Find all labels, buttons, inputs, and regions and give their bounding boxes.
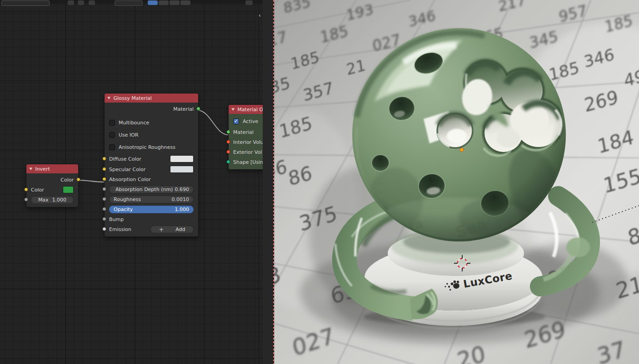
- toolbar-toggle-active[interactable]: [148, 0, 158, 5]
- glossy-absorption-row: Absorption Color: [105, 174, 198, 184]
- plus-icon: +: [159, 226, 164, 233]
- socket-specular-input[interactable]: [102, 167, 106, 171]
- glossy-absdepth-row: Absorption Depth (nm) 0.690: [105, 184, 198, 194]
- socket-absorption-input[interactable]: [102, 177, 106, 181]
- socket-emission-input[interactable]: [102, 227, 106, 231]
- socket-max-input[interactable]: [24, 197, 28, 202]
- node-invert[interactable]: ▼ Invert Color Color Max 1.000: [26, 164, 79, 207]
- toolbar-icon[interactable]: [68, 0, 74, 5]
- opacity-field[interactable]: Opacity 1.000: [109, 206, 194, 213]
- toolbar-widget[interactable]: [115, 0, 143, 6]
- output-active-row: Active: [229, 115, 263, 127]
- collapse-triangle-icon[interactable]: ▼: [29, 167, 32, 171]
- glossy-diffuse-row: Diffuse Color: [105, 153, 198, 164]
- socket-material-output[interactable]: [196, 107, 200, 111]
- region-separator[interactable]: [263, 0, 273, 364]
- blender-window: ▼ Invert Color Color Max 1.000: [0, 0, 639, 364]
- node-title: Glossy Material: [113, 95, 151, 101]
- roughness-field[interactable]: Roughness 0.0010: [109, 196, 194, 203]
- invert-max-row: Max 1.000: [26, 195, 78, 205]
- collapse-triangle-icon[interactable]: ▼: [231, 108, 235, 111]
- node-glossy-material[interactable]: ▼ Glossy Material Material Multibounce U…: [104, 93, 199, 237]
- node-title: Material O: [237, 107, 263, 113]
- toolbar-widget[interactable]: [1, 0, 50, 6]
- toolbar-icon[interactable]: [245, 0, 253, 5]
- output-interior-row: Interior Volu: [229, 137, 263, 147]
- glossy-roughness-row: Roughness 0.0010: [105, 194, 198, 204]
- node-glossy-header[interactable]: ▼ Glossy Material: [105, 93, 198, 103]
- node-output-header[interactable]: ▼ Material O: [229, 105, 263, 114]
- render-scene: 8351933462179571851718502786534534618521…: [273, 0, 639, 364]
- socket-diffuse-input[interactable]: [102, 157, 106, 161]
- socket-color-output[interactable]: [76, 177, 80, 182]
- region-collapse-icon[interactable]: ‹: [259, 12, 261, 19]
- node-material-output[interactable]: ▼ Material O Active Material Interior Vo…: [228, 104, 263, 170]
- anisotropic-checkbox[interactable]: [109, 144, 115, 150]
- glossy-opacity-row: Opacity 1.000: [105, 204, 198, 214]
- output-shape-row: Shape [Usin: [229, 157, 263, 167]
- socket-opacity-input[interactable]: [102, 207, 106, 211]
- toolbar-toggle[interactable]: [159, 0, 169, 5]
- glossy-specular-row: Specular Color: [105, 164, 198, 174]
- toolbar-toggle[interactable]: [180, 0, 190, 5]
- toolbar-icon[interactable]: [78, 0, 84, 5]
- absorption-depth-field[interactable]: Absorption Depth (nm) 0.690: [109, 186, 194, 193]
- diffuse-color-swatch[interactable]: [170, 155, 194, 162]
- glossy-multibounce-row: Multibounce: [105, 117, 198, 129]
- collapse-triangle-icon[interactable]: ▼: [107, 96, 110, 100]
- toolbar-icon[interactable]: [89, 0, 95, 5]
- socket-exterior-volume-input[interactable]: [226, 150, 230, 154]
- socket-roughness-input[interactable]: [102, 197, 106, 201]
- socket-interior-volume-input[interactable]: [226, 140, 230, 144]
- emission-add-button[interactable]: + Add: [150, 226, 194, 233]
- color-swatch[interactable]: [63, 186, 74, 193]
- glossy-aniso-row: Anisotropic Roughness: [105, 141, 198, 153]
- render-preview[interactable]: 8351933462179571851718502786534534618521…: [273, 0, 639, 364]
- specular-color-swatch[interactable]: [170, 166, 194, 173]
- node-editor[interactable]: ▼ Invert Color Color Max 1.000: [0, 4, 263, 364]
- max-field[interactable]: Max 1.000: [31, 196, 74, 204]
- invert-output-row: Color: [26, 175, 78, 185]
- active-checkbox[interactable]: [233, 118, 239, 124]
- node-title: Invert: [35, 166, 50, 172]
- multibounce-checkbox[interactable]: [109, 120, 115, 126]
- socket-shape-input[interactable]: [226, 160, 230, 164]
- glossy-output-row: Material: [105, 104, 198, 114]
- glossy-bump-row: Bump: [105, 214, 198, 224]
- top-toolbar[interactable]: [0, 0, 263, 4]
- socket-absdepth-input[interactable]: [102, 187, 106, 191]
- socket-color-input[interactable]: [24, 187, 28, 192]
- invert-color-row: Color: [26, 185, 78, 195]
- socket-material-input[interactable]: [226, 130, 230, 134]
- glossy-emission-row: Emission + Add: [105, 224, 198, 234]
- toolbar-toggle[interactable]: [170, 0, 180, 5]
- socket-bump-input[interactable]: [102, 217, 106, 221]
- node-invert-header[interactable]: ▼ Invert: [26, 164, 78, 173]
- object-origin-dot: [460, 148, 464, 152]
- use-ior-checkbox[interactable]: [109, 132, 115, 138]
- output-material-row: Material: [229, 127, 263, 137]
- output-exterior-row: Exterior Vol: [229, 147, 263, 157]
- glossy-useior-row: Use IOR: [105, 129, 198, 141]
